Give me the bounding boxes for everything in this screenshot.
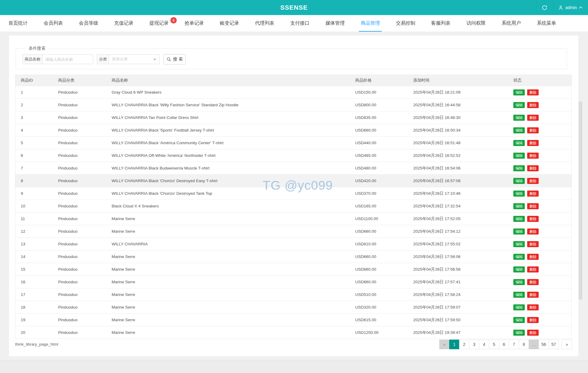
delete-button[interactable]: 删除: [527, 89, 539, 95]
delete-button[interactable]: 删除: [527, 254, 539, 260]
nav-tab-label: 会员列表: [44, 20, 63, 26]
edit-button[interactable]: 编辑: [513, 140, 525, 146]
delete-button[interactable]: 删除: [527, 127, 539, 133]
nav-tab-12[interactable]: 客服列表: [429, 15, 452, 32]
cell-actions: 编辑删除: [508, 326, 571, 339]
page-button-56[interactable]: 56: [539, 340, 549, 349]
cell-added-time: 2025年04月26日 16:57:08: [408, 175, 508, 187]
nav-tab-4[interactable]: 提现记录6: [148, 15, 170, 32]
delete-button[interactable]: 删除: [527, 330, 539, 336]
delete-button[interactable]: 删除: [527, 140, 539, 146]
page-button-ellipsis: ...: [529, 340, 539, 349]
scrollbar-thumb[interactable]: [579, 101, 582, 300]
cell-product-id: 12: [15, 225, 53, 238]
nav-tab-3[interactable]: 充值记录: [112, 15, 135, 32]
page-button-next[interactable]: »: [562, 340, 572, 349]
delete-button[interactable]: 删除: [527, 102, 539, 108]
edit-button[interactable]: 编辑: [513, 127, 525, 133]
edit-button[interactable]: 编辑: [513, 241, 525, 247]
search-button[interactable]: 搜 索: [163, 54, 186, 64]
edit-button[interactable]: 编辑: [513, 203, 525, 209]
edit-button[interactable]: 编辑: [513, 102, 525, 108]
cell-price: USD810.00: [350, 238, 408, 250]
page-button-4[interactable]: 4: [479, 340, 489, 349]
cell-price: USD660.00: [350, 124, 408, 136]
edit-button[interactable]: 编辑: [513, 228, 525, 235]
cell-added-time: 2025年04月26日 17:32:54: [408, 200, 508, 212]
edit-button[interactable]: 编辑: [513, 153, 525, 159]
page-button-3[interactable]: 3: [469, 340, 479, 349]
nav-tab-7[interactable]: 代理列表: [253, 15, 276, 32]
delete-button[interactable]: 删除: [527, 292, 539, 298]
delete-button[interactable]: 删除: [527, 266, 539, 272]
cell-product-id: 17: [15, 288, 53, 301]
product-name-input[interactable]: [42, 54, 93, 64]
nav-tab-1[interactable]: 会员列表: [42, 15, 65, 32]
cell-product-id: 3: [15, 111, 53, 124]
page-button-prev[interactable]: «: [439, 340, 450, 349]
nav-tab-13[interactable]: 访问权限: [465, 15, 487, 32]
nav-tab-5[interactable]: 抢单记录: [183, 15, 206, 32]
cell-added-time: 2025年04月26日 18:21:09: [408, 86, 508, 98]
nav-tab-2[interactable]: 会员等级: [77, 15, 100, 32]
page-button-7[interactable]: 7: [509, 340, 519, 349]
edit-button[interactable]: 编辑: [513, 191, 525, 197]
page-button-2[interactable]: 2: [459, 340, 469, 349]
page-button-8[interactable]: 8: [519, 340, 529, 349]
delete-button[interactable]: 删除: [527, 153, 539, 159]
delete-button[interactable]: 删除: [527, 178, 539, 184]
nav-tab-6[interactable]: 账变记录: [218, 15, 241, 32]
delete-button[interactable]: 删除: [527, 203, 539, 209]
delete-button[interactable]: 删除: [527, 165, 539, 171]
edit-button[interactable]: 编辑: [513, 165, 525, 171]
nav-tab-14[interactable]: 系统用户: [500, 15, 523, 32]
nav-tab-15[interactable]: 系统菜单: [535, 15, 558, 32]
delete-button[interactable]: 删除: [527, 191, 539, 197]
edit-button[interactable]: 编辑: [513, 279, 525, 285]
delete-button[interactable]: 删除: [527, 115, 539, 121]
cell-added-time: 2025年04月26日 17:58:24: [408, 288, 508, 301]
nav-tab-8[interactable]: 支付接口: [288, 15, 311, 32]
cell-added-time: 2025年04月26日 17:56:06: [408, 250, 508, 263]
nav-tab-label: 账变记录: [220, 20, 239, 26]
edit-button[interactable]: 编辑: [513, 178, 525, 184]
cell-category: Pinduoduo: [53, 225, 106, 238]
delete-button[interactable]: 删除: [527, 241, 539, 247]
column-header-3: 商品价格: [350, 75, 408, 86]
edit-button[interactable]: 编辑: [513, 292, 525, 298]
cell-category: Pinduoduo: [53, 124, 106, 136]
page-button-6[interactable]: 6: [499, 340, 509, 349]
cell-price: USD615.00: [350, 314, 408, 326]
edit-button[interactable]: 编辑: [513, 216, 525, 222]
edit-button[interactable]: 编辑: [513, 304, 525, 310]
user-menu[interactable]: admin: [553, 0, 588, 15]
nav-tab-label: 充值记录: [114, 20, 133, 26]
delete-button[interactable]: 删除: [527, 279, 539, 285]
search-legend: 条件搜索: [26, 46, 48, 51]
edit-button[interactable]: 编辑: [513, 115, 525, 121]
nav-tab-11[interactable]: 交易控制: [394, 15, 417, 32]
page-button-1[interactable]: 1: [449, 340, 459, 349]
edit-button[interactable]: 编辑: [513, 254, 525, 260]
table-row: 16PinduoduoMarine SerreUSD660.002025年04月…: [15, 275, 571, 288]
edit-button[interactable]: 编辑: [513, 317, 525, 323]
refresh-button[interactable]: [536, 0, 553, 15]
page-button-57[interactable]: 57: [549, 340, 559, 349]
product-name-label: 商品名称: [23, 54, 42, 64]
edit-button[interactable]: 编辑: [513, 89, 525, 95]
edit-button[interactable]: 编辑: [513, 266, 525, 272]
cell-category: Pinduoduo: [53, 250, 106, 263]
delete-button[interactable]: 删除: [527, 317, 539, 323]
category-select[interactable]: 所有分类: [109, 54, 160, 64]
page-button-5[interactable]: 5: [489, 340, 499, 349]
delete-button[interactable]: 删除: [527, 304, 539, 310]
delete-button[interactable]: 删除: [527, 216, 539, 222]
nav-tab-0[interactable]: 首页统计: [7, 15, 30, 32]
delete-button[interactable]: 删除: [527, 228, 539, 235]
column-header-0: 商品ID: [15, 75, 53, 86]
nav-tab-9[interactable]: 媒体管理: [324, 15, 347, 32]
cell-product-name: Marine Serre: [106, 263, 350, 275]
edit-button[interactable]: 编辑: [513, 330, 525, 336]
nav-tab-10[interactable]: 商品管理: [359, 15, 382, 32]
cell-actions: 编辑删除: [508, 111, 571, 124]
